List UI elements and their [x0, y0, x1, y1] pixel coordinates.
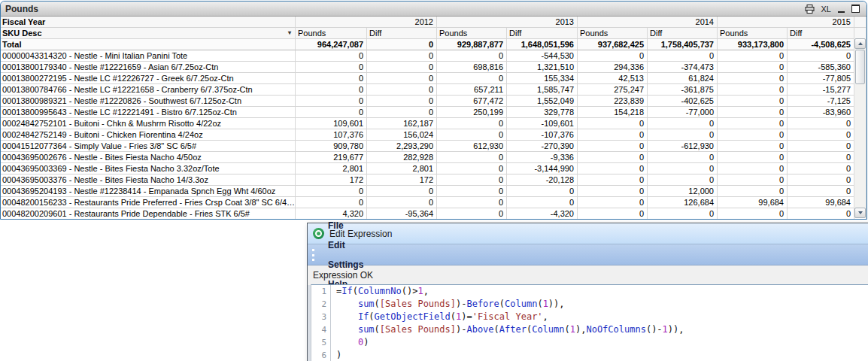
value-cell[interactable]: -20,128 — [507, 174, 578, 186]
value-cell[interactable]: 0 — [648, 129, 718, 141]
dialog-titlebar[interactable]: Edit Expression — [308, 223, 868, 244]
value-cell[interactable]: 0 — [367, 96, 437, 107]
sku-cell[interactable]: 00024842752149 - Buitoni - Chicken Fiore… — [1, 129, 296, 141]
value-cell[interactable]: 0 — [578, 141, 648, 152]
value-cell[interactable]: 0 — [578, 152, 648, 163]
value-cell[interactable]: 0 — [788, 186, 854, 197]
value-cell[interactable]: 677,472 — [437, 96, 507, 107]
value-cell[interactable]: -15,277 — [788, 84, 854, 96]
value-cell[interactable]: 0 — [788, 141, 854, 152]
value-cell[interactable]: 0 — [718, 163, 788, 174]
value-cell[interactable]: 0 — [718, 50, 788, 62]
sku-cell[interactable]: 00043695003369 - Nestle - Bites Fiesta N… — [1, 163, 296, 174]
value-cell[interactable]: 1,321,510 — [507, 62, 578, 73]
value-cell[interactable]: 0 — [437, 50, 507, 62]
value-cell[interactable]: 275,247 — [578, 84, 648, 96]
value-cell[interactable]: -612,930 — [648, 141, 718, 152]
value-cell[interactable]: 0 — [788, 129, 854, 141]
total-value-cell[interactable]: -4,508,625 — [788, 39, 854, 50]
value-cell[interactable]: 109,601 — [296, 118, 367, 129]
value-cell[interactable]: 0 — [718, 129, 788, 141]
value-cell[interactable]: 0 — [296, 73, 367, 84]
value-cell[interactable]: -270,390 — [507, 141, 578, 152]
value-cell[interactable]: 0 — [578, 197, 648, 208]
value-cell[interactable]: 1,585,747 — [507, 84, 578, 96]
total-value-cell[interactable]: 964,247,087 — [296, 39, 367, 50]
value-cell[interactable]: 172 — [296, 174, 367, 186]
value-cell[interactable]: 0 — [367, 107, 437, 118]
value-cell[interactable]: 162,187 — [367, 118, 437, 129]
total-value-cell[interactable]: 929,887,877 — [437, 39, 507, 50]
year-header-cell-2015[interactable]: 2015 — [718, 17, 854, 28]
year-header-cell-2014[interactable]: 2014 — [578, 17, 718, 28]
value-cell[interactable]: 612,930 — [437, 141, 507, 152]
value-cell[interactable]: 0 — [507, 197, 578, 208]
scrollbar-thumb[interactable] — [855, 50, 865, 84]
value-cell[interactable]: 0 — [578, 163, 648, 174]
measure-header-cell[interactable]: Diff — [507, 28, 578, 39]
value-cell[interactable]: 0 — [578, 129, 648, 141]
value-cell[interactable]: 0 — [437, 186, 507, 197]
value-cell[interactable]: 0 — [718, 141, 788, 152]
value-cell[interactable]: 0 — [718, 62, 788, 73]
value-cell[interactable]: 0 — [296, 107, 367, 118]
value-cell[interactable]: -585,360 — [788, 62, 854, 73]
dropdown-arrow-icon[interactable]: ▾ — [288, 28, 292, 38]
value-cell[interactable]: -107,376 — [507, 129, 578, 141]
value-cell[interactable]: 0 — [718, 84, 788, 96]
measure-header-cell[interactable]: Pounds — [718, 28, 788, 39]
expression-code-editor[interactable]: 1=If(ColumnNo()>1,2 sum([Sales Pounds])-… — [311, 284, 868, 361]
value-cell[interactable]: -83,960 — [788, 107, 854, 118]
value-cell[interactable]: 0 — [367, 62, 437, 73]
measure-header-cell[interactable]: Diff — [367, 28, 437, 39]
sku-cell[interactable]: 00043695003376 - Nestle - Bites Fiesta N… — [1, 174, 296, 186]
menu-item-edit[interactable]: Edit — [320, 235, 372, 255]
value-cell[interactable]: 0 — [367, 50, 437, 62]
value-cell[interactable]: 0 — [788, 50, 854, 62]
measure-header-cell[interactable]: Diff — [648, 28, 718, 39]
value-cell[interactable]: 2,801 — [367, 163, 437, 174]
total-value-cell[interactable]: 933,173,800 — [718, 39, 788, 50]
value-cell[interactable]: 12,000 — [648, 186, 718, 197]
value-cell[interactable]: 0 — [367, 84, 437, 96]
value-cell[interactable]: 0 — [788, 208, 854, 220]
print-icon[interactable] — [805, 5, 815, 14]
value-cell[interactable]: 0 — [367, 186, 437, 197]
value-cell[interactable]: 0 — [296, 186, 367, 197]
value-cell[interactable]: 0 — [437, 197, 507, 208]
maximize-icon[interactable] — [851, 5, 860, 13]
value-cell[interactable]: -3,144,990 — [507, 163, 578, 174]
value-cell[interactable]: 2,293,290 — [367, 141, 437, 152]
value-cell[interactable]: 0 — [296, 62, 367, 73]
value-cell[interactable]: 0 — [437, 73, 507, 84]
minimize-icon[interactable] — [838, 5, 845, 13]
value-cell[interactable]: 0 — [507, 186, 578, 197]
value-cell[interactable]: 0 — [718, 118, 788, 129]
value-cell[interactable]: 0 — [437, 129, 507, 141]
value-cell[interactable]: 0 — [648, 152, 718, 163]
measure-header-cell[interactable]: Pounds — [437, 28, 507, 39]
value-cell[interactable]: 219,677 — [296, 152, 367, 163]
value-cell[interactable]: 99,684 — [788, 197, 854, 208]
value-cell[interactable]: -95,364 — [367, 208, 437, 220]
value-cell[interactable]: 0 — [788, 152, 854, 163]
value-cell[interactable]: -77,000 — [648, 107, 718, 118]
value-cell[interactable]: 1,552,049 — [507, 96, 578, 107]
measure-header-cell[interactable]: Pounds — [296, 28, 367, 39]
value-cell[interactable]: 0 — [718, 208, 788, 220]
sku-cell[interactable]: 00013800272195 - Nestle LC #12226727 - G… — [1, 73, 296, 84]
sku-cell[interactable]: 00013800784766 - Nestle LC #12221658 - C… — [1, 84, 296, 96]
value-cell[interactable]: 282,928 — [367, 152, 437, 163]
pivot-caption-bar[interactable]: Pounds XL — [1, 2, 866, 17]
value-cell[interactable]: 155,334 — [507, 73, 578, 84]
menu-item-file[interactable]: File — [320, 216, 372, 235]
value-cell[interactable]: 42,513 — [578, 73, 648, 84]
scroll-down-button[interactable] — [854, 208, 866, 218]
value-cell[interactable]: -4,320 — [507, 208, 578, 220]
value-cell[interactable]: -402,625 — [648, 96, 718, 107]
total-value-cell[interactable]: 1,648,051,596 — [507, 39, 578, 50]
value-cell[interactable]: -109,601 — [507, 118, 578, 129]
measure-header-cell[interactable]: Diff — [788, 28, 854, 39]
value-cell[interactable]: -544,530 — [507, 50, 578, 62]
year-header-cell-2012[interactable]: 2012 — [296, 17, 437, 28]
